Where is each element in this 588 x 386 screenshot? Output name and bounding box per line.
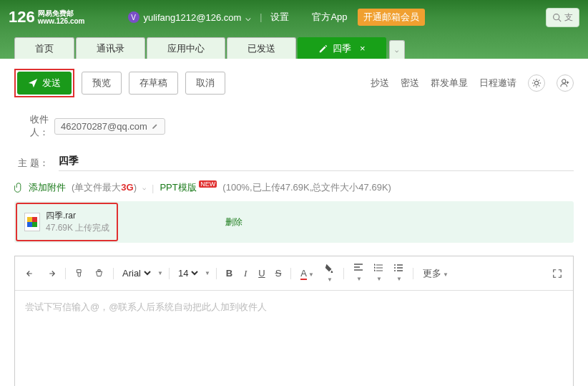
strikethrough-button[interactable]: S xyxy=(272,266,285,281)
vip-badge-icon: V xyxy=(128,11,139,23)
bg-color-button[interactable]: ▼ xyxy=(320,261,338,286)
svg-point-5 xyxy=(394,267,396,269)
app-header: 126 网易免费邮 www.126.com V yulifang1212@126… xyxy=(0,0,588,34)
editor-placeholder: 尝试下写信输入@，@联系人后系统自动把此人加到收件人 xyxy=(25,301,267,312)
logo-text1: 网易免费邮 xyxy=(38,9,85,17)
recipient-row: 收件人： 462070287@qq.com xyxy=(14,113,574,139)
expand-editor-button[interactable] xyxy=(549,266,566,281)
italic-button[interactable]: I xyxy=(239,266,252,281)
preview-button[interactable]: 预览 xyxy=(82,72,122,95)
font-family-select[interactable]: Arial xyxy=(119,267,153,279)
cancel-button[interactable]: 取消 xyxy=(185,72,225,95)
attachment-filename: 四季.rar xyxy=(46,210,109,222)
ppt-template-link[interactable]: PPT模版 NEW xyxy=(160,181,217,194)
edit-icon[interactable] xyxy=(152,122,159,130)
chevron-down-icon: ⌵ xyxy=(395,47,398,54)
action-row: 发送 预览 存草稿 取消 抄送 密送 群发单显 日程邀请 xyxy=(14,69,574,97)
font-color-button[interactable]: A▼ xyxy=(297,266,318,281)
save-draft-button[interactable]: 存草稿 xyxy=(129,72,178,95)
tab-sent[interactable]: 已发送 xyxy=(227,37,296,59)
tab-more-button[interactable]: ⌵ xyxy=(389,40,405,59)
subject-row: 主 题： 四季 xyxy=(14,155,574,171)
subject-input[interactable]: 四季 xyxy=(59,155,574,171)
clear-format-button[interactable] xyxy=(91,266,107,280)
cc-link[interactable]: 抄送 xyxy=(371,77,389,90)
chevron-down-icon[interactable]: ⌵ xyxy=(142,184,146,191)
user-account[interactable]: V yulifang1212@126.com ⌵ xyxy=(128,11,252,23)
more-formatting-button[interactable]: 更多▼ xyxy=(419,265,452,282)
recipient-chip[interactable]: 462070287@qq.com xyxy=(54,118,165,135)
chevron-down-icon: ⌵ xyxy=(245,12,251,23)
paperclip-icon xyxy=(14,183,23,193)
svg-point-6 xyxy=(394,270,396,271)
compose-icon xyxy=(318,44,328,54)
svg-line-1 xyxy=(559,19,561,21)
svg-point-2 xyxy=(534,81,538,85)
subject-label: 主 题： xyxy=(14,157,54,170)
font-size-select[interactable]: 14 xyxy=(175,267,200,279)
tab-active-label: 四季 xyxy=(333,42,351,55)
logo-main: 126 xyxy=(9,8,35,26)
logo: 126 网易免费邮 www.126.com xyxy=(9,8,85,26)
user-email: yulifang1212@126.com xyxy=(144,12,242,23)
add-attachment-link[interactable]: 添加附件 xyxy=(29,181,66,194)
editor-body[interactable]: 尝试下写信输入@，@联系人后系统自动把此人加到收件人 xyxy=(15,291,573,386)
attachment-info: 四季.rar 47.69K 上传完成 xyxy=(46,210,109,234)
bcc-link[interactable]: 密送 xyxy=(401,77,419,90)
format-brush-button[interactable] xyxy=(72,266,88,280)
compose-content: 发送 预览 存草稿 取消 抄送 密送 群发单显 日程邀请 收件人： 462070… xyxy=(0,59,588,386)
search-icon xyxy=(552,13,562,22)
logo-text2: www.126.com xyxy=(38,17,85,25)
recipient-label: 收件人： xyxy=(14,113,54,139)
close-icon[interactable]: × xyxy=(360,43,366,54)
search-box[interactable]: 支 xyxy=(546,8,579,27)
attachment-meta: 47.69K 上传完成 xyxy=(46,222,109,234)
recipient-value: 462070287@qq.com xyxy=(61,121,147,132)
send-highlight: 发送 xyxy=(14,69,74,97)
settings-icon-button[interactable] xyxy=(528,74,545,92)
svg-point-4 xyxy=(394,264,396,266)
redo-button[interactable] xyxy=(42,267,59,280)
bold-button[interactable]: B xyxy=(222,266,236,281)
align-button[interactable]: ▼ xyxy=(350,261,367,285)
upload-progress-note: (100%,已上传47.69K,总文件大小47.69K) xyxy=(222,181,391,194)
subject-value: 四季 xyxy=(59,155,79,166)
svg-point-3 xyxy=(562,79,566,83)
max-size-note: (单文件最大3G) xyxy=(72,181,137,194)
tab-apps[interactable]: 应用中心 xyxy=(147,37,225,59)
rich-editor: Arial▼ 14▼ B I U S A▼ ▼ ▼ ▼ ▼ 更多▼ 尝试下写信输… xyxy=(14,256,574,386)
vip-button[interactable]: 开通邮箱会员 xyxy=(358,9,425,26)
underline-button[interactable]: U xyxy=(255,266,268,281)
send-icon xyxy=(28,78,38,88)
tab-home[interactable]: 首页 xyxy=(14,37,74,59)
tab-contacts[interactable]: 通讯录 xyxy=(76,37,145,59)
undo-button[interactable] xyxy=(22,267,39,280)
send-button[interactable]: 发送 xyxy=(17,72,72,95)
editor-toolbar: Arial▼ 14▼ B I U S A▼ ▼ ▼ ▼ ▼ 更多▼ xyxy=(15,256,573,291)
schedule-link[interactable]: 日程邀请 xyxy=(479,77,516,90)
app-link[interactable]: 官方App xyxy=(312,11,347,24)
tab-compose-active[interactable]: 四季 × xyxy=(298,37,386,59)
attachment-options: 添加附件 (单文件最大3G) ⌵ | PPT模版 NEW (100%,已上传47… xyxy=(14,181,574,194)
delete-attachment-link[interactable]: 删除 xyxy=(225,216,242,228)
tab-bar: 首页 通讯录 应用中心 已发送 四季 × ⌵ xyxy=(0,34,588,59)
ordered-list-button[interactable]: ▼ xyxy=(370,261,387,285)
unordered-list-button[interactable]: ▼ xyxy=(390,261,407,285)
new-badge: NEW xyxy=(199,180,217,188)
search-placeholder: 支 xyxy=(564,11,573,24)
svg-point-0 xyxy=(554,14,559,19)
add-contact-icon-button[interactable] xyxy=(557,74,574,92)
attachment-item: 四季.rar 47.69K 上传完成 xyxy=(16,203,118,241)
settings-link[interactable]: 设置 xyxy=(270,11,289,24)
send-label: 发送 xyxy=(42,77,61,90)
logo-sub: 网易免费邮 www.126.com xyxy=(38,9,85,25)
compose-options: 抄送 密送 群发单显 日程邀请 xyxy=(371,74,574,92)
rar-file-icon xyxy=(24,213,40,231)
group-send-link[interactable]: 群发单显 xyxy=(431,77,468,90)
separator: | xyxy=(260,12,262,22)
